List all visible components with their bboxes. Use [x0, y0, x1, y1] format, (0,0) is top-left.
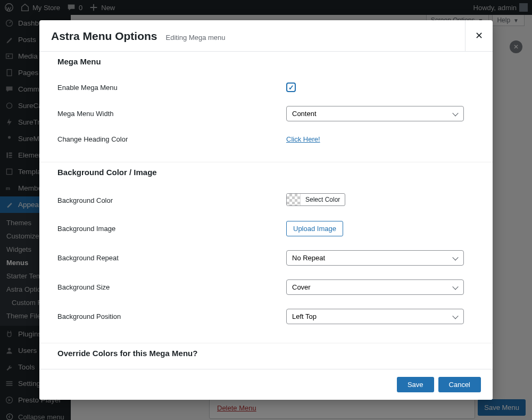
bg-size-select[interactable]: Cover	[286, 279, 464, 295]
enable-mega-checkbox[interactable]	[286, 83, 296, 92]
modal-footer: Save Cancel	[39, 369, 493, 400]
section-heading: Background Color / Image	[57, 168, 475, 177]
heading-color-label: Change Heading Color	[57, 135, 286, 143]
row-mega-width: Mega Menu Width Content	[57, 99, 475, 128]
row-bg-repeat: Background Repeat No Repeat	[57, 243, 475, 273]
bg-color-label: Background Color	[57, 196, 286, 204]
row-heading-color: Change Heading Color Click Here!	[57, 128, 475, 150]
mega-width-label: Mega Menu Width	[57, 110, 286, 118]
bg-position-label: Background Position	[57, 312, 286, 320]
select-color-label: Select Color	[301, 194, 345, 205]
transparent-swatch-icon	[287, 194, 301, 205]
row-bg-position: Background Position Left Top	[57, 302, 475, 331]
modal-subtitle: Editing Mega menu	[166, 34, 226, 42]
modal-body: Mega Menu Enable Mega Menu Mega Menu Wid…	[39, 52, 493, 369]
row-bg-color: Background Color Select Color	[57, 186, 475, 214]
cancel-button[interactable]: Cancel	[438, 377, 481, 392]
row-bg-size: Background Size Cover	[57, 273, 475, 302]
bg-size-label: Background Size	[57, 283, 286, 291]
bg-position-select[interactable]: Left Top	[286, 309, 464, 324]
section-override: Override Colors for this Mega Menu?	[39, 343, 493, 369]
modal-title: Astra Menu Options	[51, 30, 157, 43]
mega-width-select[interactable]: Content	[286, 106, 464, 121]
section-mega-menu: Mega Menu Enable Mega Menu Mega Menu Wid…	[39, 52, 493, 162]
section-heading: Override Colors for this Mega Menu?	[57, 349, 475, 358]
row-enable-mega: Enable Mega Menu	[57, 76, 475, 99]
section-heading: Mega Menu	[57, 57, 475, 66]
save-button[interactable]: Save	[397, 377, 434, 392]
row-bg-image: Background Image Upload Image	[57, 214, 475, 243]
modal-header: Astra Menu Options Editing Mega menu ✕	[39, 20, 493, 52]
upload-image-button[interactable]: Upload Image	[286, 221, 343, 236]
bg-image-label: Background Image	[57, 225, 286, 233]
bg-color-picker[interactable]: Select Color	[286, 193, 345, 206]
astra-menu-modal: Astra Menu Options Editing Mega menu ✕ M…	[39, 20, 493, 400]
heading-color-link[interactable]: Click Here!	[286, 135, 320, 143]
close-icon: ✕	[475, 30, 483, 42]
enable-mega-label: Enable Mega Menu	[57, 84, 286, 92]
bg-repeat-label: Background Repeat	[57, 254, 286, 262]
section-background: Background Color / Image Background Colo…	[39, 162, 493, 343]
bg-repeat-select[interactable]: No Repeat	[286, 250, 464, 266]
modal-close-button[interactable]: ✕	[465, 20, 493, 51]
